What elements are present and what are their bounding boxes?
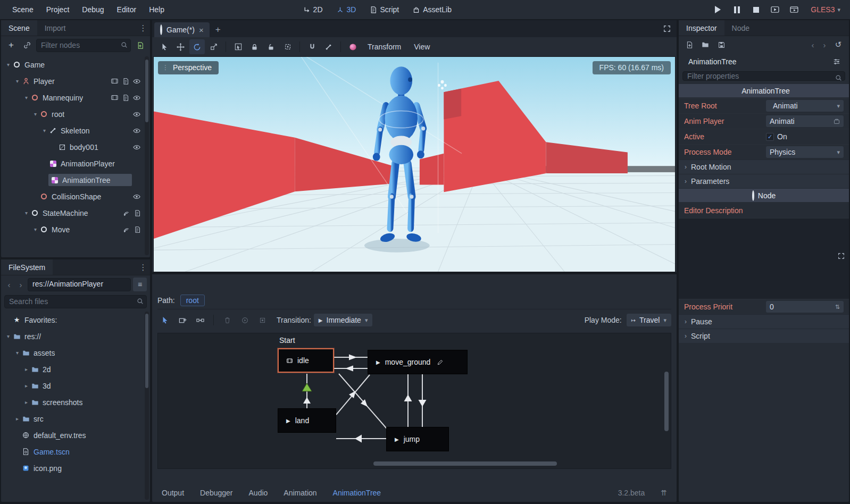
process-priority-spinner[interactable]: 0 ⇅ bbox=[766, 301, 844, 313]
transition-dropdown[interactable]: ▶ Immediate ▾ bbox=[314, 314, 373, 326]
menu-help[interactable]: Help bbox=[143, 3, 170, 16]
new-scene-tab-button[interactable]: + bbox=[212, 23, 224, 36]
script-icon[interactable] bbox=[122, 95, 129, 101]
visibility-icon[interactable] bbox=[133, 193, 140, 200]
collapse-arrow-icon[interactable]: ▾ bbox=[40, 128, 48, 133]
mode-3d-button[interactable]: 3D bbox=[332, 4, 361, 15]
tree-row-move[interactable]: ▾ Move bbox=[1, 221, 150, 238]
spinner-updown-icon[interactable]: ⇅ bbox=[835, 304, 840, 310]
snap-icon[interactable] bbox=[304, 39, 320, 54]
node-section-header[interactable]: Node bbox=[679, 189, 849, 202]
play-icon[interactable]: ▶ bbox=[286, 418, 290, 424]
tab-import[interactable]: Import bbox=[37, 20, 73, 36]
play-icon[interactable]: ▶ bbox=[395, 436, 399, 442]
fs-row-screenshots[interactable]: ▸ screenshots bbox=[1, 394, 150, 410]
unlock-icon[interactable] bbox=[263, 39, 279, 54]
collapse-arrow-icon[interactable]: ▸ bbox=[22, 383, 30, 389]
bottom-tab-animationtree[interactable]: AnimationTree bbox=[333, 489, 381, 497]
play-icon[interactable]: ▶ bbox=[376, 359, 380, 365]
filter-nodes-input[interactable] bbox=[36, 39, 131, 52]
menu-debug[interactable]: Debug bbox=[76, 3, 110, 16]
script-icon[interactable] bbox=[122, 78, 129, 85]
dock-menu-icon[interactable]: ⋮ bbox=[136, 20, 150, 36]
edit-node-icon[interactable] bbox=[437, 359, 443, 365]
mode-script-button[interactable]: Script bbox=[365, 4, 403, 15]
group-parameters[interactable]: › Parameters bbox=[679, 174, 849, 188]
tree-row-skeleton[interactable]: ▾ Skeleton bbox=[1, 122, 150, 139]
3d-viewport[interactable]: ⋮ Perspective FPS: 60 (16.67 ms) bbox=[153, 56, 676, 272]
state-node-land[interactable]: ▶ land bbox=[278, 408, 336, 433]
instance-scene-button[interactable] bbox=[20, 38, 34, 52]
scene-tab-game[interactable]: Game(*) × bbox=[154, 22, 210, 37]
play-mode-dropdown[interactable]: ↦ Travel ▾ bbox=[627, 314, 671, 326]
sm-autoplay-icon[interactable] bbox=[237, 313, 252, 327]
play-custom-scene-button[interactable] bbox=[788, 4, 800, 15]
signal-icon[interactable] bbox=[123, 209, 130, 216]
collapse-arrow-icon[interactable]: ▾ bbox=[13, 350, 21, 356]
mode-assetlib-button[interactable]: AssetLib bbox=[409, 4, 456, 15]
tree-row-statemachine[interactable]: ▾ StateMachine bbox=[1, 205, 150, 221]
back-icon[interactable]: ‹ bbox=[4, 280, 14, 289]
breadcrumb[interactable]: res://AnimationPlayer bbox=[28, 278, 131, 291]
sm-create-node-icon[interactable] bbox=[175, 313, 190, 327]
groups-icon[interactable] bbox=[111, 94, 118, 101]
active-checkbox[interactable]: ✓ bbox=[766, 133, 774, 141]
menu-project[interactable]: Project bbox=[40, 3, 76, 16]
lock-icon[interactable] bbox=[247, 39, 262, 54]
bottom-tab-debugger[interactable]: Debugger bbox=[200, 489, 233, 497]
bottom-tab-animation[interactable]: Animation bbox=[284, 489, 316, 497]
skeleton-options-icon[interactable] bbox=[321, 39, 336, 54]
fs-row-src[interactable]: ▸ src bbox=[1, 410, 150, 427]
history-back-icon[interactable]: ‹ bbox=[808, 40, 818, 49]
filesystem-split-mode-icon[interactable]: ≡ bbox=[133, 278, 147, 291]
fs-row-default-env[interactable]: default_env.tres bbox=[1, 427, 150, 443]
collapse-arrow-icon[interactable]: ▾ bbox=[22, 210, 30, 216]
save-resource-icon[interactable] bbox=[714, 38, 728, 52]
group-root-motion[interactable]: › Root Motion bbox=[679, 159, 849, 174]
path-root-button[interactable]: root bbox=[180, 295, 205, 306]
tree-row-animationtree[interactable]: AnimationTree bbox=[1, 172, 150, 188]
assign-nodepath-icon[interactable] bbox=[834, 118, 840, 124]
sm-end-node-icon[interactable] bbox=[255, 313, 270, 327]
bottom-tab-audio[interactable]: Audio bbox=[249, 489, 268, 497]
bottom-tab-output[interactable]: Output bbox=[162, 489, 184, 497]
fs-row-game-tscn[interactable]: Game.tscn bbox=[1, 443, 150, 460]
state-node-jump[interactable]: ▶ jump bbox=[386, 427, 449, 451]
fs-row-assets[interactable]: ▾ assets bbox=[1, 345, 150, 361]
tree-row-game[interactable]: ▾ Game bbox=[1, 56, 150, 73]
editor-description-textarea[interactable] bbox=[679, 218, 849, 299]
sm-delete-icon[interactable] bbox=[220, 313, 235, 327]
tree-row-player[interactable]: ▾ Player bbox=[1, 73, 150, 89]
graph-horizontal-scrollbar[interactable] bbox=[373, 461, 557, 466]
statemachine-graph[interactable]: Start idle ▶ move_ground ▶ land bbox=[157, 333, 671, 469]
tree-row-collisionshape[interactable]: CollisionShape bbox=[1, 188, 150, 205]
renderer-dropdown[interactable]: GLES3 ▾ bbox=[807, 4, 844, 15]
tab-node[interactable]: Node bbox=[724, 20, 757, 36]
collapse-arrow-icon[interactable]: ▸ bbox=[22, 399, 30, 405]
collapse-arrow-icon[interactable]: ▾ bbox=[13, 78, 21, 84]
menu-editor[interactable]: Editor bbox=[111, 3, 143, 16]
tool-scale-icon[interactable] bbox=[206, 39, 221, 54]
fs-row-favorites[interactable]: ★ Favorites: bbox=[1, 312, 150, 328]
history-icon[interactable]: ↺ bbox=[831, 38, 845, 52]
collapse-arrow-icon[interactable]: ▾ bbox=[22, 95, 30, 100]
mode-2d-button[interactable]: 2D bbox=[299, 4, 327, 15]
scene-tree-scrollbar[interactable] bbox=[145, 56, 149, 255]
tool-move-icon[interactable] bbox=[173, 39, 188, 54]
environment-preview-icon[interactable] bbox=[345, 39, 361, 54]
transform-menu[interactable]: Transform bbox=[362, 40, 407, 54]
fs-row-icon-png[interactable]: icon.png bbox=[1, 460, 150, 476]
graph-vertical-scrollbar[interactable] bbox=[664, 372, 669, 431]
load-resource-icon[interactable] bbox=[698, 38, 712, 52]
collapse-arrow-icon[interactable]: ▾ bbox=[31, 226, 39, 232]
visibility-icon[interactable] bbox=[133, 144, 140, 151]
attach-script-button[interactable] bbox=[133, 38, 147, 52]
filter-properties-input[interactable] bbox=[682, 71, 845, 81]
tab-inspector[interactable]: Inspector bbox=[679, 20, 724, 36]
group-pause[interactable]: › Pause bbox=[679, 314, 849, 329]
pause-button[interactable] bbox=[731, 4, 743, 15]
visibility-icon[interactable] bbox=[133, 94, 140, 102]
tab-filesystem[interactable]: FileSystem bbox=[1, 259, 53, 275]
script-icon[interactable] bbox=[134, 210, 140, 216]
resource-section-header[interactable]: AnimationTree bbox=[679, 84, 849, 97]
